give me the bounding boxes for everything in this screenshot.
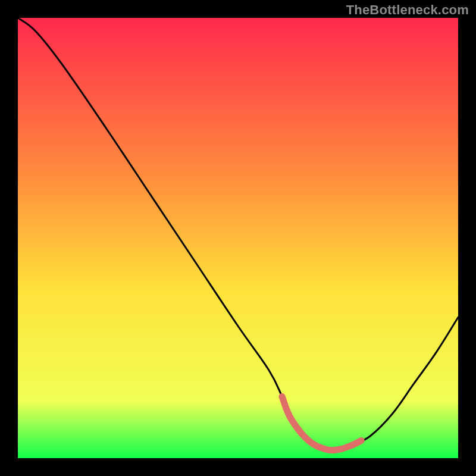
chart-svg [18, 18, 458, 458]
gradient-background [18, 18, 458, 458]
plot-area [18, 18, 458, 458]
attribution-text: TheBottleneck.com [346, 2, 469, 18]
chart-frame: TheBottleneck.com [0, 0, 476, 476]
